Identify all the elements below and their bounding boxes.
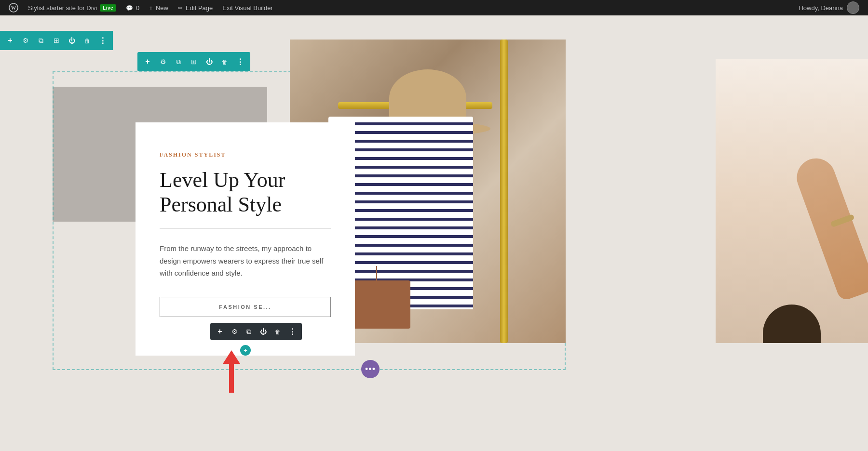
- section-toolbar: [0, 31, 113, 50]
- section-add-button[interactable]: [3, 33, 17, 48]
- dots-icon: [236, 57, 244, 66]
- live-badge: Live: [100, 4, 116, 12]
- content-card: FASHION STYLIST Level Up Your Personal S…: [136, 122, 355, 356]
- gear-icon: [160, 58, 166, 66]
- comments-item[interactable]: 0: [121, 0, 144, 15]
- card-divider: [160, 228, 331, 229]
- grid-icon: [54, 37, 59, 44]
- canvas: FASHION STYLIST Level Up Your Personal S…: [0, 15, 868, 451]
- module-settings-button[interactable]: [228, 325, 241, 338]
- row-grid-button[interactable]: [187, 54, 201, 69]
- arrow-head: [223, 350, 240, 364]
- copy-icon: [246, 328, 251, 336]
- plus-icon: [145, 57, 149, 66]
- row-duplicate-button[interactable]: [171, 54, 186, 69]
- trash-icon: [275, 328, 281, 335]
- row-trash-button[interactable]: [217, 54, 232, 69]
- row-add-button[interactable]: [140, 54, 155, 69]
- site-name-item[interactable]: Stylist starter site for Divi Live: [23, 0, 121, 15]
- card-body: From the runway to the streets, my appro…: [160, 242, 331, 279]
- card-cta-button[interactable]: FASHION SE...: [160, 297, 331, 317]
- module-duplicate-button[interactable]: [242, 325, 256, 338]
- right-photo: [716, 59, 868, 343]
- new-label: New: [156, 4, 168, 12]
- section-duplicate-button[interactable]: [34, 33, 48, 48]
- edit-page-item[interactable]: Edit Page: [173, 0, 217, 15]
- row-more-button[interactable]: [233, 54, 247, 69]
- exit-visual-builder-item[interactable]: Exit Visual Builder: [217, 0, 278, 15]
- comment-icon: [126, 4, 133, 12]
- bag-strap: [376, 266, 377, 283]
- avatar[interactable]: [847, 1, 859, 14]
- plus-icon: [8, 36, 12, 45]
- module-add-button[interactable]: [213, 325, 227, 338]
- trash-icon: [222, 58, 228, 66]
- edit-icon: [178, 4, 183, 12]
- svg-text:W: W: [11, 5, 16, 11]
- plus-icon: [217, 327, 222, 336]
- module-power-button[interactable]: [257, 325, 270, 338]
- copy-icon: [39, 37, 43, 45]
- exit-visual-builder-label: Exit Visual Builder: [222, 4, 273, 12]
- rack-vertical: [500, 40, 508, 343]
- section-power-button[interactable]: [65, 33, 79, 48]
- dots-icon: [99, 36, 107, 45]
- module-more-button[interactable]: [285, 325, 299, 338]
- trash-icon: [84, 37, 90, 44]
- comments-count: 0: [136, 4, 139, 12]
- howdy-text: Howdy, Deanna: [799, 4, 843, 12]
- row-toolbar: [137, 52, 250, 71]
- module-toolbar: [210, 323, 302, 340]
- copy-icon: [176, 58, 181, 66]
- section-trash-button[interactable]: [80, 33, 95, 48]
- hair-hint: [763, 305, 821, 343]
- row-settings-button[interactable]: [156, 54, 170, 69]
- power-icon: [68, 37, 75, 44]
- section-grid-button[interactable]: [49, 33, 64, 48]
- arm-shape: [791, 153, 868, 302]
- edit-page-label: Edit Page: [186, 4, 213, 12]
- wp-logo-item[interactable]: W: [4, 0, 23, 15]
- power-icon: [206, 58, 213, 66]
- purple-more-button[interactable]: •••: [361, 360, 380, 378]
- arrow-shaft: [229, 364, 234, 393]
- module-trash-button[interactable]: [271, 325, 285, 338]
- section-more-button[interactable]: [95, 33, 110, 48]
- new-item[interactable]: + New: [144, 0, 173, 15]
- gear-icon: [231, 328, 238, 335]
- gear-icon: [23, 37, 29, 44]
- add-module-button[interactable]: +: [240, 345, 251, 356]
- site-name: Stylist starter site for Divi: [28, 4, 97, 12]
- row-power-button[interactable]: [202, 54, 217, 69]
- red-arrow: [223, 350, 240, 393]
- section-settings-button[interactable]: [18, 33, 33, 48]
- wp-admin-bar: W Stylist starter site for Divi Live 0 +…: [0, 0, 868, 15]
- dots-icon: [288, 327, 296, 336]
- card-title: Level Up Your Personal Style: [160, 168, 331, 217]
- admin-bar-right: Howdy, Deanna: [799, 1, 864, 14]
- person-background: [716, 59, 868, 343]
- grid-icon: [191, 58, 197, 66]
- card-eyebrow: FASHION STYLIST: [160, 151, 331, 159]
- power-icon: [260, 328, 267, 335]
